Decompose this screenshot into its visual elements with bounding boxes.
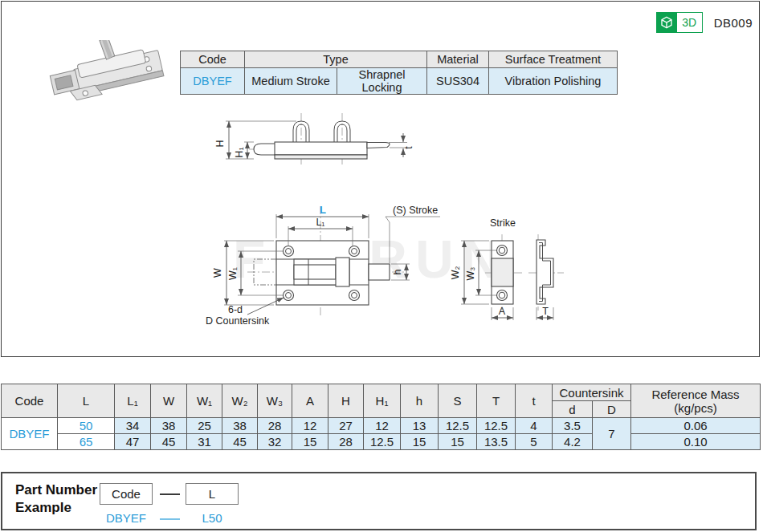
dims-cell: 12 bbox=[292, 418, 328, 434]
dims-header-mass: Reference Mass (kg/pcs) bbox=[631, 384, 761, 418]
strike-views: Strike W₂ W₃ A bbox=[450, 217, 564, 320]
header-badges: 3D DB009 bbox=[656, 12, 753, 33]
spec-code: DBYEF bbox=[181, 68, 245, 95]
spec-type-1: Medium Stroke bbox=[245, 68, 337, 95]
pn-code-value: DBYEF bbox=[100, 511, 153, 525]
dim-label-W2: W₂ bbox=[450, 266, 461, 280]
dims-header-countersink: Countersink bbox=[553, 384, 631, 401]
3d-badge-label: 3D bbox=[677, 12, 703, 33]
dims-cell: 3.5 bbox=[553, 418, 593, 434]
dims-cell: 28 bbox=[258, 418, 292, 434]
dims-cell: 32 bbox=[258, 434, 292, 450]
product-photo bbox=[40, 40, 169, 112]
dim-label-L: L bbox=[320, 204, 326, 216]
spec-type-2: Shrapnel Locking bbox=[337, 68, 427, 95]
pn-dash bbox=[160, 493, 180, 495]
dims-code: DBYEF bbox=[2, 418, 58, 450]
dims-cell: 31 bbox=[187, 434, 222, 450]
dims-cell: 45 bbox=[151, 434, 187, 450]
dims-cell: 47 bbox=[115, 434, 151, 450]
dim-label-W: W bbox=[212, 268, 223, 278]
dims-cell: 38 bbox=[151, 418, 187, 434]
spec-header-type: Type bbox=[245, 51, 427, 68]
dims-header: D bbox=[593, 401, 631, 418]
dim-label-A: A bbox=[499, 306, 506, 317]
label-stroke: (S) Stroke bbox=[393, 205, 438, 216]
dims-cell: 13.5 bbox=[477, 434, 516, 450]
dims-cell: 12.5 bbox=[477, 418, 516, 434]
spec-header-code: Code bbox=[181, 51, 245, 68]
dim-label-t: t bbox=[403, 146, 414, 149]
label-d-countersink: D Countersink bbox=[206, 315, 270, 327]
view-3d-button[interactable]: 3D bbox=[656, 12, 703, 33]
dims-header: A bbox=[292, 384, 328, 418]
dims-cell-mass: 0.10 bbox=[631, 434, 761, 450]
pn-dash-blue bbox=[160, 518, 180, 520]
cube-3d-icon bbox=[656, 12, 677, 33]
dims-header: W bbox=[151, 384, 187, 418]
dims-header-row-1: Code L L₁ W W₁ W₂ W₃ A H H₁ h S T t Coun… bbox=[2, 384, 761, 401]
technical-drawing: H H₁ t bbox=[202, 108, 580, 343]
dims-row-65: 65 47 45 31 45 32 15 28 12.5 15 15 13.5 … bbox=[2, 434, 761, 450]
spec-header-material: Material bbox=[427, 51, 489, 68]
dims-header: Code bbox=[2, 384, 58, 418]
dims-header: S bbox=[439, 384, 477, 418]
dims-cell: 4.2 bbox=[553, 434, 593, 450]
dims-cell: 13 bbox=[401, 418, 439, 434]
dims-cell-D: 7 bbox=[593, 418, 631, 450]
pn-length-box: L bbox=[186, 483, 239, 505]
dimensions-table: Code L L₁ W W₁ W₂ W₃ A H H₁ h S T t Coun… bbox=[1, 384, 761, 450]
spec-material: SUS304 bbox=[427, 68, 489, 95]
dims-cell-L: 50 bbox=[58, 418, 115, 434]
dim-label-W1: W₁ bbox=[227, 267, 239, 280]
pn-title-line2: Example bbox=[15, 499, 97, 517]
dim-label-H: H bbox=[214, 140, 226, 147]
dims-row-50: DBYEF 50 34 38 25 38 28 12 27 12 13 12.5… bbox=[2, 418, 761, 434]
dims-cell: 28 bbox=[328, 434, 364, 450]
dims-cell: 27 bbox=[328, 418, 364, 434]
dims-header: W₁ bbox=[187, 384, 222, 418]
top-view: L (S) Stroke L₁ W W₁ h 6-d bbox=[206, 204, 440, 327]
dims-cell: 12.5 bbox=[439, 418, 477, 434]
label-6d: 6-d bbox=[228, 304, 243, 315]
spec-surface: Vibration Polishing bbox=[489, 68, 618, 95]
spec-header-surface: Surface Treatment bbox=[489, 51, 618, 68]
pn-length-value: L50 bbox=[186, 511, 239, 525]
dims-header: T bbox=[477, 384, 516, 418]
dims-cell-L: 65 bbox=[58, 434, 115, 450]
dim-label-L1: L₁ bbox=[316, 217, 324, 228]
dim-label-T: T bbox=[542, 306, 549, 317]
dims-cell: 5 bbox=[516, 434, 553, 450]
spec-data-row: DBYEF Medium Stroke Shrapnel Locking SUS… bbox=[181, 68, 618, 95]
dims-cell: 12 bbox=[364, 418, 401, 434]
main-content-frame: 3D DB009 Code Type Material Surface Trea… bbox=[1, 1, 760, 357]
dims-cell: 12.5 bbox=[364, 434, 401, 450]
dims-cell: 4 bbox=[516, 418, 553, 434]
dims-cell: 25 bbox=[187, 418, 222, 434]
dims-header: t bbox=[516, 384, 553, 418]
dims-cell: 15 bbox=[292, 434, 328, 450]
dims-cell: 15 bbox=[401, 434, 439, 450]
catalog-page: 3D DB009 Code Type Material Surface Trea… bbox=[0, 0, 763, 532]
dims-header: d bbox=[553, 401, 593, 418]
dims-cell: 34 bbox=[115, 418, 151, 434]
dims-header: H₁ bbox=[364, 384, 401, 418]
side-view: H H₁ t bbox=[214, 113, 414, 166]
dims-cell: 45 bbox=[222, 434, 258, 450]
dims-header: L bbox=[58, 384, 115, 418]
dims-header: W₃ bbox=[258, 384, 292, 418]
dims-header: W₂ bbox=[222, 384, 258, 418]
part-number-example-section: Part Number Example Code L DBYEF L50 bbox=[1, 472, 757, 530]
dims-cell: 15 bbox=[439, 434, 477, 450]
dims-header: H bbox=[328, 384, 364, 418]
spec-header-row: Code Type Material Surface Treatment bbox=[181, 51, 618, 68]
dims-header: h bbox=[401, 384, 439, 418]
dim-label-W3: W₃ bbox=[465, 267, 476, 281]
part-number-example-title: Part Number Example bbox=[15, 481, 97, 517]
pn-code-box: Code bbox=[100, 483, 153, 505]
dim-label-h: h bbox=[392, 269, 403, 274]
spec-table: Code Type Material Surface Treatment DBY… bbox=[180, 51, 618, 95]
dims-cell-mass: 0.06 bbox=[631, 418, 761, 434]
catalog-part-number: DB009 bbox=[714, 16, 753, 30]
dims-header: L₁ bbox=[115, 384, 151, 418]
